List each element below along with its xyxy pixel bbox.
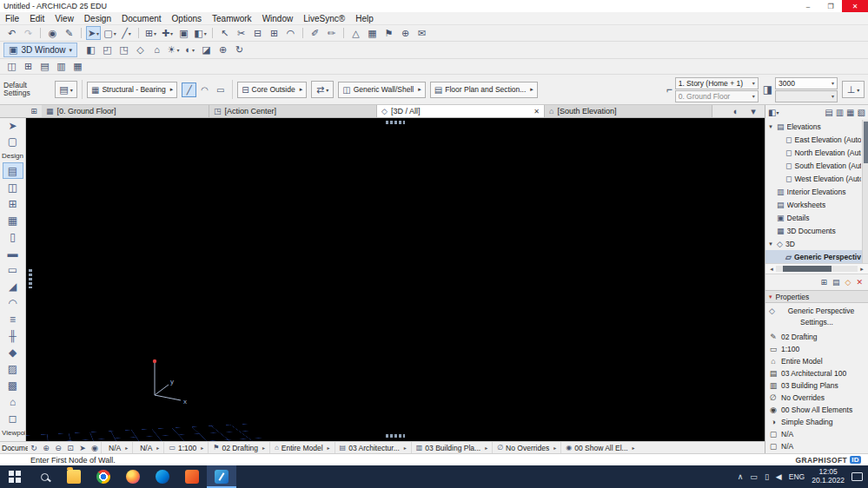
pickup-parameters-icon[interactable]: ✐ bbox=[308, 26, 322, 40]
opening-tool-icon[interactable]: ◻ bbox=[3, 410, 23, 426]
prop-overrides[interactable]: ∅ No Overrides bbox=[765, 392, 868, 404]
walk-mode-icon[interactable]: ⌂ bbox=[149, 43, 164, 57]
close-panel-icon[interactable]: ✕ bbox=[856, 278, 863, 287]
publisher-sets-icon[interactable]: ▧ bbox=[858, 108, 865, 117]
menu-item[interactable]: View bbox=[50, 14, 79, 23]
tree-generic-perspective[interactable]: ▱ Generic Perspective bbox=[765, 250, 868, 263]
pencil-icon[interactable]: ✎ bbox=[62, 26, 76, 40]
stair-tool-icon[interactable]: ≡ bbox=[3, 311, 23, 327]
sb-filter[interactable]: ◉ 00 Show All El... bbox=[560, 442, 639, 453]
zoom-in-icon[interactable]: ⊕ bbox=[40, 444, 52, 452]
project-map-icon[interactable]: ▤ bbox=[825, 108, 832, 117]
new-panel-icon[interactable]: ⊞ bbox=[820, 278, 827, 287]
menu-item[interactable]: Edit bbox=[24, 14, 50, 23]
display-mode-dropdown[interactable]: ▤ Floor Plan and Section... bbox=[430, 82, 538, 98]
door-tool-icon[interactable]: ◫ bbox=[3, 179, 23, 195]
reference-line-dropdown[interactable]: ⊟ Core Outside bbox=[237, 82, 307, 98]
redo-icon[interactable]: ↷ bbox=[21, 26, 36, 40]
network-icon[interactable]: ▭ bbox=[750, 472, 758, 481]
shading-mode-icon[interactable]: ◐ bbox=[182, 43, 197, 57]
orbit-icon[interactable]: ↻ bbox=[232, 43, 247, 57]
tree-north-elevation[interactable]: ◻ North Elevation (Auto-... bbox=[765, 146, 868, 159]
menu-item[interactable]: Teamwork bbox=[207, 14, 257, 23]
tree-worksheets[interactable]: ▤ Worksheets bbox=[765, 198, 868, 211]
tree-south-elevation[interactable]: ◻ South Elevation (Auto-... bbox=[765, 159, 868, 172]
3d-viewport[interactable]: x y bbox=[26, 118, 868, 441]
cutaway-icon[interactable]: ◪ bbox=[199, 43, 214, 57]
prop-structure-display[interactable]: ⌂ Entire Model bbox=[765, 355, 868, 367]
tree-elevations[interactable]: ▤ Elevations bbox=[765, 120, 868, 133]
wall-height-input[interactable]: 3000 bbox=[775, 77, 838, 89]
wall-bottom-input[interactable] bbox=[775, 90, 838, 102]
menu-item[interactable]: LiveSync® bbox=[298, 14, 350, 23]
markup-icon[interactable]: ⚑ bbox=[381, 26, 396, 40]
sb-renovation-filter[interactable]: N/A bbox=[132, 442, 163, 453]
panel-menu-icon[interactable]: ▤ bbox=[832, 278, 840, 287]
toolbar-separator[interactable] bbox=[343, 28, 344, 38]
wall-tool-icon[interactable]: ▤ bbox=[3, 162, 23, 179]
menu-item[interactable]: Window bbox=[257, 14, 299, 23]
move-icon[interactable]: ↖ bbox=[217, 26, 232, 40]
gravity-icon[interactable]: ◧ bbox=[193, 26, 208, 40]
inject-parameters-icon[interactable]: ✏ bbox=[324, 26, 339, 40]
language-indicator[interactable]: ENG bbox=[789, 472, 805, 481]
fit-in-window-icon[interactable]: ⊡ bbox=[64, 444, 76, 452]
tree-vertical-scrollbar[interactable] bbox=[862, 120, 868, 263]
tile-windows-icon[interactable]: ⊞ bbox=[21, 60, 36, 74]
toolbar-separator[interactable] bbox=[212, 28, 213, 38]
settings-link[interactable]: Settings... bbox=[765, 318, 868, 331]
tab-3d-all[interactable]: ◇ [3D / All] ✕ bbox=[377, 105, 545, 117]
marquee-tool-icon[interactable]: ▢ bbox=[103, 26, 117, 40]
selection-info-icon[interactable]: ◉ bbox=[89, 444, 101, 452]
view-perspective-icon[interactable]: ◇ bbox=[133, 43, 148, 57]
marquee-tool-icon[interactable]: ▢ bbox=[3, 134, 23, 149]
tree-west-elevation[interactable]: ◻ West Elevation (Auto-... bbox=[765, 172, 868, 185]
menu-item[interactable]: Options bbox=[167, 14, 207, 23]
view-front-icon[interactable]: ◧ bbox=[83, 43, 98, 57]
maximize-button[interactable]: ❐ bbox=[819, 0, 842, 12]
publish-icon[interactable]: ✉ bbox=[414, 26, 429, 40]
close-button[interactable]: ✕ bbox=[842, 0, 868, 12]
view-axonometry-icon[interactable]: ◳ bbox=[116, 43, 131, 57]
zoom-icon[interactable]: ⊕ bbox=[398, 26, 413, 40]
column-tool-icon[interactable]: ▯ bbox=[3, 228, 23, 245]
tab-action-center[interactable]: ◳ [Action Center] bbox=[209, 105, 377, 117]
tab-ground-floor[interactable]: ▦ [0. Ground Floor] bbox=[42, 105, 209, 117]
quad-view-icon[interactable]: ⊞ bbox=[26, 105, 42, 117]
menu-item[interactable]: Design bbox=[79, 14, 116, 23]
wall-system-dropdown[interactable]: ◫ Generic Wall/Shell bbox=[338, 82, 426, 98]
sb-renovation-status[interactable]: N/A bbox=[101, 442, 132, 453]
prop-scale[interactable]: ▭ 1:100 bbox=[765, 343, 868, 355]
scrollbar-thumb[interactable] bbox=[864, 122, 868, 163]
intersect-icon[interactable]: ⊞ bbox=[267, 26, 282, 40]
tree-east-elevation[interactable]: ◻ East Elevation (Auto-r... bbox=[765, 133, 868, 146]
top-link-button[interactable]: ⊥ bbox=[842, 81, 865, 98]
camera-icon[interactable]: ▦ bbox=[365, 26, 380, 40]
curtain-wall-tool-icon[interactable]: ▦ bbox=[3, 212, 23, 228]
guide-lines-icon[interactable]: ✚ bbox=[160, 26, 175, 40]
fillet-icon[interactable]: ◠ bbox=[283, 26, 298, 40]
walk-icon[interactable]: ➤ bbox=[76, 444, 89, 452]
flip-button[interactable]: ⇄ bbox=[311, 81, 334, 98]
expand-arrow-icon[interactable] bbox=[768, 241, 774, 247]
archicad-taskbar-button[interactable] bbox=[207, 465, 236, 488]
firefox-button[interactable] bbox=[118, 465, 148, 488]
layout-book-icon[interactable]: ▦ bbox=[846, 108, 854, 117]
splitter-grip-bottom[interactable] bbox=[386, 434, 405, 438]
geometry-straight-icon[interactable]: ╱ bbox=[182, 82, 196, 97]
view-top-icon[interactable]: ◰ bbox=[100, 43, 115, 57]
view-map-icon[interactable]: ▥ bbox=[836, 108, 844, 117]
sb-overrides[interactable]: ∅ No Overrides bbox=[492, 442, 560, 453]
taskbar-search-button[interactable] bbox=[30, 465, 59, 488]
adjust-icon[interactable]: ⊟ bbox=[250, 26, 265, 40]
top-story-select[interactable]: 1. Story (Home + 1) bbox=[675, 77, 759, 89]
notification-center-icon[interactable] bbox=[851, 472, 863, 481]
battery-icon[interactable]: ▯ bbox=[765, 472, 769, 481]
prop-filter[interactable]: ◉ 00 Show All Elements bbox=[765, 404, 868, 416]
beam-tool-icon[interactable]: ▬ bbox=[3, 245, 23, 261]
arrow-tool-icon[interactable]: ➤ bbox=[86, 26, 101, 40]
find-select-icon[interactable]: ◉ bbox=[45, 26, 60, 40]
grid-snap-icon[interactable]: ⊞ bbox=[143, 26, 158, 40]
snap-points-icon[interactable]: ▣ bbox=[176, 26, 191, 40]
undo-icon[interactable]: ↶ bbox=[4, 26, 19, 40]
